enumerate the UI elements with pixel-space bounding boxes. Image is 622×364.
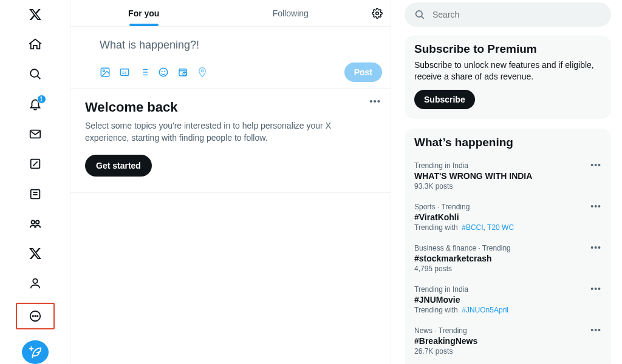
- right-column: Subscribe to Premium Subscribe to unlock…: [391, 0, 622, 364]
- trend-topic: #JNUMovie: [414, 295, 601, 305]
- trend-more-icon[interactable]: •••: [590, 201, 601, 211]
- premium-title: Subscribe to Premium: [414, 42, 601, 56]
- nav-communities[interactable]: [23, 213, 47, 234]
- nav-notifications[interactable]: 1: [23, 93, 47, 115]
- premium-panel: Subscribe to Premium Subscribe to unlock…: [405, 35, 611, 119]
- trend-category: News · Trending: [414, 326, 601, 335]
- trend-item[interactable]: News · Trending #BreakingNews 26.7K post…: [414, 320, 601, 362]
- search-box[interactable]: [405, 2, 611, 27]
- trend-topic: #BreakingNews: [414, 336, 601, 346]
- notification-badge: 1: [37, 95, 46, 104]
- svg-point-35: [416, 11, 423, 18]
- compose-box: What is happening?! GIF Post: [70, 27, 391, 89]
- svg-point-10: [33, 279, 37, 283]
- nav-more[interactable]: [28, 309, 43, 323]
- nav-premium[interactable]: [23, 243, 47, 265]
- trend-item[interactable]: Trending in India #JNUMovie Trending wit…: [414, 279, 601, 320]
- trend-category: Business & finance · Trending: [414, 244, 601, 252]
- trend-item[interactable]: Business & finance · Trending #stockmark…: [414, 238, 601, 279]
- search-input[interactable]: [432, 10, 601, 19]
- card-more-icon[interactable]: •••: [369, 96, 381, 106]
- timeline-settings-icon[interactable]: [364, 0, 391, 26]
- trend-more-icon[interactable]: •••: [590, 325, 601, 335]
- gif-icon[interactable]: GIF: [119, 67, 130, 78]
- subscribe-button[interactable]: Subscribe: [414, 90, 475, 109]
- nav-lists[interactable]: [23, 183, 47, 204]
- welcome-card: ••• Welcome back Select some topics you'…: [70, 89, 391, 193]
- trend-meta: 26.7K posts: [414, 347, 601, 356]
- svg-point-12: [32, 315, 33, 316]
- trend-meta: Trending with #BCCI, T20 WC: [414, 223, 601, 232]
- svg-point-13: [35, 315, 35, 316]
- location-icon[interactable]: [197, 67, 208, 78]
- trend-link[interactable]: #BCCI: [462, 223, 483, 232]
- trend-more-icon[interactable]: •••: [590, 243, 601, 252]
- main-column: For you Following What is happening?! GI…: [70, 0, 391, 364]
- nav-more-highlighted: [16, 303, 55, 329]
- post-button[interactable]: Post: [344, 62, 382, 82]
- media-icon[interactable]: [100, 67, 111, 78]
- svg-point-14: [36, 315, 37, 316]
- trend-topic: WHAT'S WRONG WITH INDIA: [414, 171, 601, 181]
- svg-point-9: [35, 220, 38, 224]
- svg-point-0: [30, 69, 38, 77]
- svg-line-1: [37, 76, 40, 79]
- nav-explore[interactable]: [23, 64, 47, 85]
- welcome-title: Welcome back: [85, 99, 376, 115]
- nav-profile[interactable]: [23, 273, 47, 294]
- left-nav: 1: [0, 0, 70, 364]
- poll-icon[interactable]: [138, 67, 149, 78]
- trend-meta: Trending with #JNUOn5April: [414, 306, 601, 314]
- trend-more-icon[interactable]: •••: [590, 284, 601, 294]
- trend-more-icon[interactable]: •••: [590, 160, 601, 170]
- logo-x-icon[interactable]: [23, 4, 47, 25]
- trend-meta: 93.3K posts: [414, 182, 601, 190]
- trend-topic: #stockmarketcrash: [414, 254, 601, 263]
- svg-point-26: [159, 68, 168, 76]
- trend-category: Sports · Trending: [414, 203, 601, 211]
- trend-link[interactable]: #JNUOn5April: [462, 306, 508, 314]
- schedule-icon[interactable]: [177, 67, 188, 78]
- trend-topic: #ViratKohli: [414, 212, 601, 222]
- compose-toolbar: GIF: [100, 67, 208, 78]
- svg-point-34: [201, 70, 203, 72]
- trend-item[interactable]: Trending in India WHAT'S WRONG WITH INDI…: [414, 155, 601, 197]
- svg-point-17: [103, 70, 104, 72]
- search-icon: [414, 9, 425, 20]
- compose-button[interactable]: [22, 340, 49, 364]
- svg-text:GIF: GIF: [122, 71, 128, 75]
- welcome-body: Select some topics you're interested in …: [85, 120, 352, 144]
- svg-line-33: [185, 74, 186, 75]
- svg-point-8: [31, 220, 35, 224]
- emoji-icon[interactable]: [158, 67, 169, 78]
- trend-link[interactable]: T20 WC: [487, 223, 514, 232]
- compose-input[interactable]: What is happening?!: [100, 35, 382, 62]
- svg-line-36: [422, 16, 424, 19]
- svg-line-4: [33, 162, 37, 166]
- trend-category: Trending in India: [414, 161, 601, 170]
- tab-following[interactable]: Following: [217, 0, 364, 26]
- nav-grok[interactable]: [23, 153, 47, 175]
- timeline-tabs: For you Following: [70, 0, 391, 27]
- svg-point-27: [162, 71, 162, 72]
- nav-home[interactable]: [23, 33, 47, 55]
- svg-point-15: [376, 12, 379, 15]
- trends-title: What’s happening: [414, 136, 601, 149]
- trend-category: Trending in India: [414, 285, 601, 294]
- get-started-button[interactable]: Get started: [85, 155, 152, 177]
- trends-panel: What’s happening Trending in India WHAT'…: [405, 129, 611, 364]
- trend-item[interactable]: Sports · Trending #ViratKohli Trending w…: [414, 197, 601, 238]
- trend-meta: 4,795 posts: [414, 265, 601, 273]
- nav-messages[interactable]: [23, 123, 47, 144]
- tab-for-you[interactable]: For you: [70, 0, 217, 26]
- premium-body: Subscribe to unlock new features and if …: [414, 59, 601, 83]
- svg-point-28: [165, 71, 165, 72]
